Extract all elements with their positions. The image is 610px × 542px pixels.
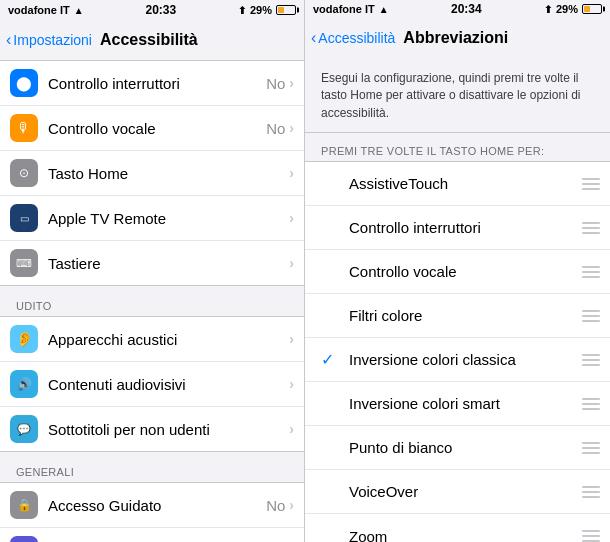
label-punto: Punto di bianco (349, 439, 574, 456)
keyboard-icon: ⌨ (10, 249, 38, 277)
signal-text-left: ⬆ (238, 5, 246, 16)
label-vocal: Controllo vocale (349, 263, 574, 280)
reorder-vocal[interactable] (582, 266, 600, 278)
subtitles-label: Sottotitoli per non udenti (48, 421, 289, 438)
left-panel: vodafone IT ▲ 20:33 ⬆ 29% ‹ Impostazioni… (0, 0, 305, 542)
option-inversione-smart[interactable]: Inversione colori smart (305, 382, 610, 426)
appletv-label: Apple TV Remote (48, 210, 285, 227)
audio-chevron: › (289, 376, 294, 392)
keyboard-label: Tastiere (48, 255, 285, 272)
hearing-label: Apparecchi acustici (48, 331, 289, 348)
list-item-keyboard[interactable]: ⌨ Tastiere › (0, 241, 304, 285)
reorder-voiceover[interactable] (582, 486, 600, 498)
list-item-home[interactable]: ⊙ Tasto Home › (0, 151, 304, 196)
reorder-filtri[interactable] (582, 310, 600, 322)
list-item-switches[interactable]: ⬤ Controllo interruttori No › (0, 61, 304, 106)
reorder-inversione-smart[interactable] (582, 398, 600, 410)
option-assistivetouch[interactable]: AssistiveTouch (305, 162, 610, 206)
voice-value: No (266, 120, 285, 137)
battery-left (276, 5, 296, 15)
status-right-right: ⬆ 29% (544, 3, 602, 15)
audio-label: Contenuti audiovisivi (48, 376, 289, 393)
option-voiceover[interactable]: VoiceOver (305, 470, 610, 514)
section-header-udito: UDITO (0, 286, 304, 316)
back-button-right[interactable]: ‹ Accessibilità (311, 29, 395, 47)
nav-parent-right: Accessibilità (318, 30, 395, 46)
list-item-hearing[interactable]: 👂 Apparecchi acustici › (0, 317, 304, 362)
home-label: Tasto Home (48, 165, 285, 182)
label-voiceover: VoiceOver (349, 483, 574, 500)
guided-value: No (266, 497, 285, 514)
nav-title-right: Abbreviazioni (403, 29, 508, 47)
carrier-right: vodafone IT (313, 3, 375, 15)
label-zoom: Zoom (349, 528, 574, 542)
status-left: vodafone IT ▲ (8, 4, 84, 16)
list-item-audio[interactable]: 🔊 Contenuti audiovisivi › (0, 362, 304, 407)
list-group-1: ⬤ Controllo interruttori No › 🎙 Controll… (0, 60, 304, 286)
reorder-switches[interactable] (582, 222, 600, 234)
option-vocal[interactable]: Controllo vocale (305, 250, 610, 294)
battery-right (582, 4, 602, 14)
option-zoom[interactable]: Zoom (305, 514, 610, 542)
back-chevron-left: ‹ (6, 31, 11, 49)
carrier-left: vodafone IT (8, 4, 70, 16)
siri-icon: ◉ (10, 536, 38, 542)
label-filtri: Filtri colore (349, 307, 574, 324)
wifi-icon-left: ▲ (74, 5, 84, 16)
hearing-chevron: › (289, 331, 294, 347)
subtitles-chevron: › (289, 421, 294, 437)
guided-label: Accesso Guidato (48, 497, 266, 514)
signal-pct-right: 29% (556, 3, 578, 15)
info-box: Esegui la configurazione, quindi premi t… (305, 58, 610, 133)
nav-parent-left: Impostazioni (13, 32, 92, 48)
voice-label: Controllo vocale (48, 120, 266, 137)
section-header-generali: GENERALI (0, 452, 304, 482)
list-item-appletv[interactable]: ▭ Apple TV Remote › (0, 196, 304, 241)
list-item-subtitles[interactable]: 💬 Sottotitoli per non udenti › (0, 407, 304, 451)
guided-chevron: › (289, 497, 294, 513)
back-chevron-right: ‹ (311, 29, 316, 47)
voice-icon: 🎙 (10, 114, 38, 142)
list-item-guided[interactable]: 🔒 Accesso Guidato No › (0, 483, 304, 528)
reorder-assistivetouch[interactable] (582, 178, 600, 190)
nav-title-left: Accessibilità (100, 31, 198, 49)
nav-bar-right: ‹ Accessibilità Abbreviazioni (305, 18, 610, 58)
switches-value: No (266, 75, 285, 92)
option-switches[interactable]: Controllo interruttori (305, 206, 610, 250)
guided-icon: 🔒 (10, 491, 38, 519)
switches-icon: ⬤ (10, 69, 38, 97)
hearing-icon: 👂 (10, 325, 38, 353)
back-button-left[interactable]: ‹ Impostazioni (6, 31, 92, 49)
nav-bar-left: ‹ Impostazioni Accessibilità (0, 20, 304, 60)
label-switches: Controllo interruttori (349, 219, 574, 236)
check-inversione-classica: ✓ (321, 350, 341, 369)
status-right-left: ⬆ 29% (238, 4, 296, 16)
reorder-inversione-classica[interactable] (582, 354, 600, 366)
options-list: AssistiveTouch Controllo interruttori Co… (305, 161, 610, 542)
appletv-chevron: › (289, 210, 294, 226)
label-inversione-smart: Inversione colori smart (349, 395, 574, 412)
list-group-3: 🔒 Accesso Guidato No › ◉ Siri › ♿ Abbrev… (0, 482, 304, 542)
option-punto[interactable]: Punto di bianco (305, 426, 610, 470)
list-group-2: 👂 Apparecchi acustici › 🔊 Contenuti audi… (0, 316, 304, 452)
option-filtri[interactable]: Filtri colore (305, 294, 610, 338)
reorder-punto[interactable] (582, 442, 600, 454)
list-item-siri[interactable]: ◉ Siri › (0, 528, 304, 542)
switches-label: Controllo interruttori (48, 75, 266, 92)
list-item-voice[interactable]: 🎙 Controllo vocale No › (0, 106, 304, 151)
right-panel: vodafone IT ▲ 20:34 ⬆ 29% ‹ Accessibilit… (305, 0, 610, 542)
label-inversione-classica: Inversione colori classica (349, 351, 574, 368)
info-text: Esegui la configurazione, quindi premi t… (321, 71, 580, 120)
reorder-zoom[interactable] (582, 530, 600, 542)
home-icon: ⊙ (10, 159, 38, 187)
status-bar-right: vodafone IT ▲ 20:34 ⬆ 29% (305, 0, 610, 18)
option-inversione-classica[interactable]: ✓ Inversione colori classica (305, 338, 610, 382)
signal-text-right: ⬆ (544, 4, 552, 15)
wifi-icon-right: ▲ (379, 4, 389, 15)
left-scroll: ⬤ Controllo interruttori No › 🎙 Controll… (0, 60, 304, 542)
label-assistivetouch: AssistiveTouch (349, 175, 574, 192)
audio-icon: 🔊 (10, 370, 38, 398)
keyboard-chevron: › (289, 255, 294, 271)
signal-pct-left: 29% (250, 4, 272, 16)
status-bar-left: vodafone IT ▲ 20:33 ⬆ 29% (0, 0, 304, 20)
